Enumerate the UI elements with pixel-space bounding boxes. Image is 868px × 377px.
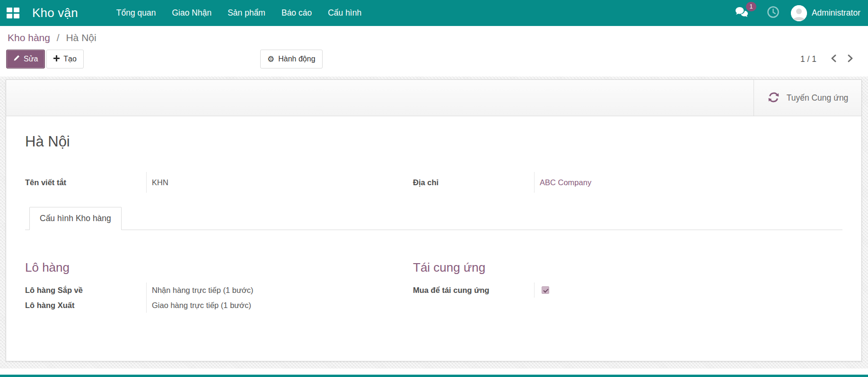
section-resupply-title: Tái cung ứng xyxy=(413,260,842,275)
chevron-right-icon xyxy=(845,54,854,64)
user-menu[interactable]: Administrator xyxy=(791,5,860,21)
action-button-label: Hành động xyxy=(278,55,315,63)
pager-previous-button[interactable] xyxy=(829,53,840,65)
navbar-right-systray: 1 Administrator xyxy=(735,5,860,21)
section-resupply: Tái cung ứng Mua để tái cung ứng xyxy=(413,260,842,313)
pencil-icon xyxy=(13,55,20,63)
breadcrumb-separator: / xyxy=(57,32,60,43)
field-outgoing-shipments: Lô hàng Xuất Giao hàng trực tiếp (1 bước… xyxy=(25,298,413,313)
section-shipments-title: Lô hàng xyxy=(25,260,413,275)
menu-item-san-pham[interactable]: Sản phẩm xyxy=(219,0,273,26)
top-field-group: Tên viết tắt KHN Địa chỉ ABC Company xyxy=(25,172,842,193)
clock-icon xyxy=(767,6,780,20)
apps-icon-square xyxy=(14,14,19,18)
messages-menu[interactable]: 1 xyxy=(735,6,755,20)
edit-button-label: Sửa xyxy=(24,55,38,63)
main-menu: Tổng quan Giao Nhận Sản phẩm Báo cáo Cấu… xyxy=(108,0,369,26)
refresh-icon xyxy=(767,92,780,104)
field-short-name: Tên viết tắt KHN xyxy=(25,172,413,193)
outgoing-shipments-value[interactable]: Giao hàng trực tiếp (1 bước) xyxy=(146,298,413,313)
field-incoming-shipments: Lô hàng Sắp về Nhận hàng trực tiếp (1 bư… xyxy=(25,283,413,298)
tab-warehouse-configuration[interactable]: Cấu hình Kho hàng xyxy=(29,207,122,230)
apps-icon-square xyxy=(7,14,12,18)
smart-button-label: Tuyến Cung ứng xyxy=(787,93,849,103)
create-button-label: Tạo xyxy=(63,55,77,63)
field-buy-to-resupply: Mua để tái cung ứng xyxy=(413,283,842,298)
incoming-shipments-value[interactable]: Nhận hàng trực tiếp (1 bước) xyxy=(146,283,413,298)
bottom-accent-bar xyxy=(0,375,868,377)
action-menu-button[interactable]: ⚙ Hành động xyxy=(260,50,323,69)
menu-item-bao-cao[interactable]: Báo cáo xyxy=(273,0,320,26)
control-panel: Kho hàng / Hà Nội Sửa Tạo ⚙ Hành động 1 … xyxy=(0,26,868,77)
breadcrumb: Kho hàng / Hà Nội xyxy=(6,32,855,43)
record-title: Hà Nội xyxy=(25,133,842,150)
create-button[interactable]: Tạo xyxy=(46,50,84,69)
user-name: Administrator xyxy=(812,8,860,18)
apps-icon-square xyxy=(7,8,12,12)
messages-badge: 1 xyxy=(746,2,756,11)
edit-button[interactable]: Sửa xyxy=(6,50,45,69)
menu-item-giao-nhan[interactable]: Giao Nhận xyxy=(164,0,220,26)
control-panel-buttons: Sửa Tạo ⚙ Hành động 1 / 1 xyxy=(6,50,855,69)
form-button-box: Tuyến Cung ứng xyxy=(6,80,861,116)
app-brand[interactable]: Kho vận xyxy=(32,6,78,20)
address-label: Địa chỉ xyxy=(413,178,534,187)
pager: 1 / 1 xyxy=(800,53,855,65)
chevron-left-icon xyxy=(830,54,839,64)
breadcrumb-current: Hà Nội xyxy=(66,32,96,43)
incoming-shipments-label: Lô hàng Sắp về xyxy=(25,286,146,295)
tab-content: Lô hàng Lô hàng Sắp về Nhận hàng trực ti… xyxy=(25,260,842,313)
outgoing-shipments-label: Lô hàng Xuất xyxy=(25,301,146,310)
plus-icon xyxy=(53,55,60,63)
activity-menu[interactable] xyxy=(767,6,780,20)
gear-icon: ⚙ xyxy=(267,55,274,63)
field-address: Địa chỉ ABC Company xyxy=(413,172,842,193)
breadcrumb-parent-link[interactable]: Kho hàng xyxy=(8,32,50,43)
menu-item-tong-quan[interactable]: Tổng quan xyxy=(108,0,164,26)
form-sheet: Tuyến Cung ứng Hà Nội Tên viết tắt KHN Đ… xyxy=(6,79,862,361)
address-value-link[interactable]: ABC Company xyxy=(534,172,842,193)
pager-next-button[interactable] xyxy=(844,53,855,65)
supply-routes-smart-button[interactable]: Tuyến Cung ứng xyxy=(754,80,861,116)
section-shipments: Lô hàng Lô hàng Sắp về Nhận hàng trực ti… xyxy=(25,260,413,313)
apps-icon-square xyxy=(14,8,19,12)
buy-to-resupply-label: Mua để tái cung ứng xyxy=(413,286,534,295)
content-area: Tuyến Cung ứng Hà Nội Tên viết tắt KHN Đ… xyxy=(0,77,868,368)
top-navbar: Kho vận Tổng quan Giao Nhận Sản phẩm Báo… xyxy=(0,0,868,26)
avatar xyxy=(791,5,807,21)
pager-value: 1 / 1 xyxy=(800,54,816,64)
notebook-tabs: Cấu hình Kho hàng xyxy=(25,207,842,230)
apps-menu-icon[interactable] xyxy=(7,8,19,18)
short-name-label: Tên viết tắt xyxy=(25,178,146,187)
menu-item-cau-hinh[interactable]: Cấu hình xyxy=(320,0,369,26)
buy-to-resupply-value-cell xyxy=(534,283,842,298)
chat-bubbles-icon xyxy=(735,11,749,19)
buy-to-resupply-checkbox[interactable] xyxy=(542,286,549,294)
short-name-value[interactable]: KHN xyxy=(146,172,413,193)
sheet-body: Hà Nội Tên viết tắt KHN Địa chỉ ABC Comp… xyxy=(6,116,861,313)
